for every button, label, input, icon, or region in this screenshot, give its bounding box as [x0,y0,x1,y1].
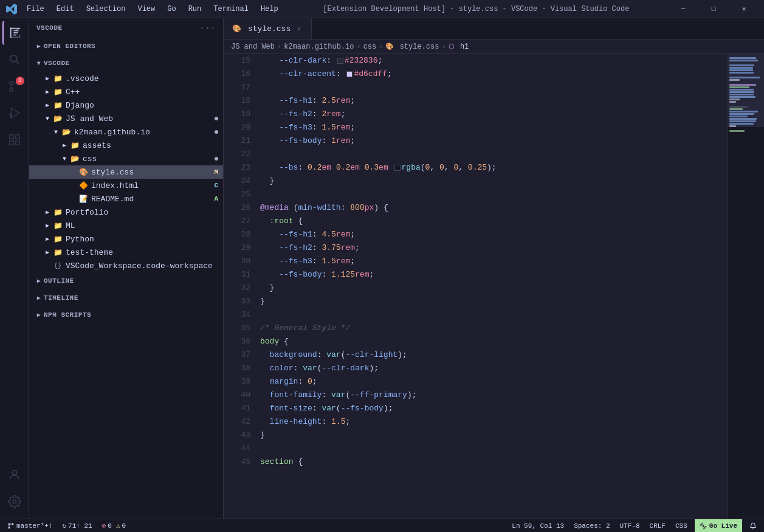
tree-item-portfolio[interactable]: ▶ 📁 Portfolio [29,206,223,219]
code-line-29: --fs-h2: 3.75rem; [260,241,728,255]
breadcrumb-style-css[interactable]: 🎨 style.css [385,43,439,51]
section-timeline[interactable]: ▶ TIMELINE [29,289,223,306]
chevron-workspace [43,261,52,271]
section-open-editors[interactable]: ▶ OPEN EDITORS [29,38,223,55]
menu-view[interactable]: View [132,4,160,15]
svg-rect-12 [9,135,13,139]
chevron-assets: ▶ [60,140,69,150]
menu-bar: File Edit Selection View Go Run Terminal… [22,4,283,15]
menu-run[interactable]: Run [184,4,207,15]
chevron-index-html [68,181,78,190]
code-line-33: } [260,295,728,308]
section-vscode[interactable]: ▼ VSCODE [29,55,223,72]
status-position[interactable]: Ln 59, Col 13 [509,519,566,533]
tree-label-index-html: index.html [91,181,139,190]
tree-item-k2maan[interactable]: ▼ 📂 k2maan.github.io [29,125,223,139]
code-content[interactable]: --clr-dark: #232836; --clr-accent: #d6cd… [255,54,728,519]
status-go-live[interactable]: Go Live [695,519,742,533]
activity-account[interactable] [2,463,27,487]
status-spaces[interactable]: Spaces: 2 [571,519,612,533]
code-line-20: --fs-h3: 1.5rem; [260,121,728,134]
tree-label-test-theme: test-theme [66,248,113,257]
code-line-45: section { [260,455,728,469]
menu-help[interactable]: Help [256,4,283,15]
svg-point-4 [9,88,13,92]
menu-edit[interactable]: Edit [52,4,79,15]
status-errors[interactable]: ⊘ 0 ⚠ 0 [100,519,128,533]
chevron-readme [68,194,78,204]
tree-item-js-and-web[interactable]: ▼ 📂 JS and Web [29,112,223,125]
minimap [728,54,764,519]
file-icon-workspace: {} [52,260,63,271]
menu-go[interactable]: Go [162,4,181,15]
file-icon-index-html: 🔶 [78,180,89,191]
chevron-style-css [68,167,78,177]
status-branch[interactable]: master*+! [5,519,55,533]
activity-run[interactable] [2,101,27,125]
tree-item-python[interactable]: ▶ 📁 Python [29,232,223,246]
sidebar-more-icon[interactable]: ··· [199,23,216,33]
tree-label-vscode: .vscode [66,74,99,83]
tree-label-css: css [83,154,97,164]
tab-close-button[interactable]: ✕ [294,24,304,33]
menu-file[interactable]: File [22,4,49,15]
tree-item-django[interactable]: ▶ 📁 Django [29,98,223,112]
timeline-label: TIMELINE [44,294,78,302]
breadcrumb-js-and-web[interactable]: JS and Web [231,43,275,51]
tree-item-index-html[interactable]: 🔶 index.html C [29,179,223,192]
svg-point-16 [12,471,16,475]
folder-icon-k2maan: 📂 [61,126,72,137]
activity-extensions[interactable] [2,128,27,152]
tree-item-style-css[interactable]: 🎨 style.css M [29,165,223,179]
tree-item-assets[interactable]: ▶ 📁 assets [29,139,223,152]
code-editor[interactable]: 15 16 17 18 19 20 21 22 23 24 25 26 27 2… [224,54,764,519]
window-title: [Extension Development Host] - style.css… [323,5,629,13]
code-line-17 [260,81,728,94]
section-outline[interactable]: ▶ OUTLINE [29,272,223,289]
code-line-24: } [260,174,728,188]
menu-terminal[interactable]: Terminal [208,4,253,15]
breadcrumb-h1[interactable]: ⬡ h1 [449,43,469,51]
tree-item-ml[interactable]: ▶ 📁 ML [29,219,223,232]
tree-item-workspace[interactable]: {} VSCode_Workspace.code-workspace [29,259,223,272]
status-line-ending[interactable]: CRLF [647,519,668,533]
status-encoding[interactable]: UTF-8 [618,519,642,533]
maximize-button[interactable]: □ [700,0,728,18]
minimize-button[interactable]: ─ [669,0,697,18]
activity-settings[interactable] [2,489,27,514]
code-line-35: /* General Style */ [260,322,728,335]
activity-explorer[interactable] [2,21,27,45]
status-notification[interactable] [747,519,759,533]
tab-style-css[interactable]: 🎨 style.css ✕ [224,18,312,39]
status-sync[interactable]: ↻ 71↑ 21 [60,519,94,533]
tree-item-vscode-folder[interactable]: ▶ 📁 .vscode [29,72,223,85]
tree-label-js-and-web: JS and Web [66,114,113,123]
breadcrumb-css[interactable]: css [363,43,377,51]
branch-name: master*+! [16,522,52,530]
activity-search[interactable] [2,47,27,72]
tree-item-readme[interactable]: 📝 README.md A [29,192,223,206]
error-icon: ⊘ [102,522,106,530]
title-bar-left: File Edit Selection View Go Run Terminal… [6,4,283,15]
title-bar: File Edit Selection View Go Run Terminal… [0,0,764,18]
sync-icon: ↻ [62,522,66,530]
tree-item-test-theme[interactable]: ▶ 📁 test-theme [29,246,223,259]
folder-icon-python: 📁 [52,233,63,244]
close-button[interactable]: ✕ [730,0,758,18]
status-language[interactable]: CSS [673,519,690,533]
chevron-python: ▶ [43,234,52,244]
readme-badge: A [214,195,218,202]
code-line-26: @media (min-wdith: 800px) { [260,201,728,215]
tree-item-cpp[interactable]: ▶ 📁 C++ [29,85,223,98]
activity-source-control[interactable]: 3 [2,74,27,98]
npm-scripts-chevron: ▶ [34,310,44,320]
code-line-28: --fs-h1: 4.5rem; [260,228,728,241]
tab-label: style.css [248,24,291,33]
menu-selection[interactable]: Selection [81,4,131,15]
section-npm-scripts[interactable]: ▶ NPM SCRIPTS [29,306,223,323]
tree-item-css[interactable]: ▼ 📂 css [29,152,223,165]
svg-point-18 [9,527,10,528]
chevron-js-and-web: ▼ [43,114,52,123]
breadcrumb-k2maan[interactable]: k2maan.github.io [284,43,354,51]
chevron-vscode: ▶ [43,74,52,83]
